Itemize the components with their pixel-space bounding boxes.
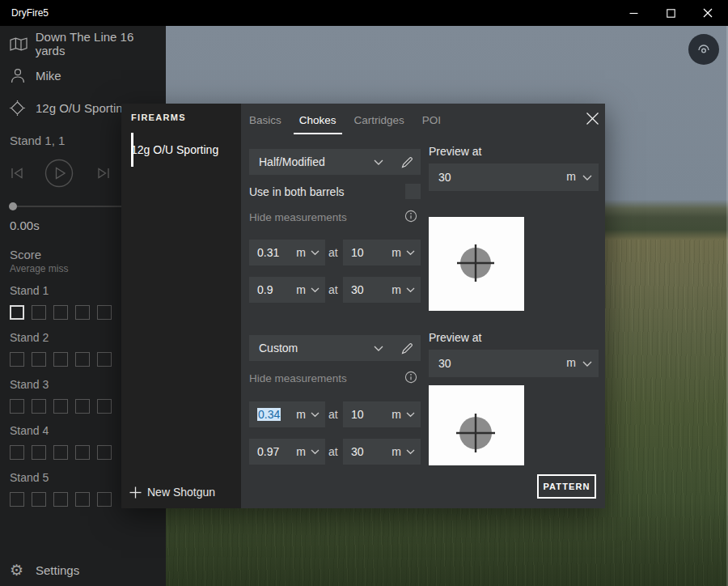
distance-field[interactable]: 10 m <box>343 240 421 265</box>
timeline-slider-handle[interactable] <box>9 202 17 210</box>
spread-size-field[interactable]: 0.31 m <box>249 240 325 265</box>
distance-field[interactable]: 30 m <box>343 439 421 465</box>
sidebar-item-settings[interactable]: ⚙ Settings <box>0 558 166 581</box>
unit-select[interactable]: m <box>296 445 306 458</box>
stand-slot-checkbox[interactable] <box>75 399 90 414</box>
stand-slot-checkbox[interactable] <box>53 399 68 414</box>
at-label: at <box>328 246 338 259</box>
info-button[interactable] <box>404 371 417 384</box>
sidebar-item-layout[interactable]: Down The Line 16 yards <box>0 32 166 55</box>
stand-slot-checkbox[interactable] <box>53 352 68 367</box>
play-button[interactable] <box>44 159 74 188</box>
stand-label: Stand 4 <box>10 424 49 437</box>
hide-measurements-label: Hide measurements <box>249 372 347 384</box>
distance-field[interactable]: 10 m <box>343 401 421 427</box>
spread-size-value-selected[interactable]: 0.34 <box>257 408 281 421</box>
chevron-down-icon <box>311 250 320 256</box>
at-label: at <box>328 445 338 458</box>
unit-select[interactable]: m <box>392 283 401 296</box>
stand-slot-checkbox[interactable] <box>32 492 46 507</box>
unit-select[interactable]: m <box>392 246 401 259</box>
new-shotgun-label: New Shotgun <box>147 486 215 499</box>
info-icon <box>404 210 417 223</box>
sidebar-item-label: Down The Line 16 yards <box>36 30 166 57</box>
stand-slot-checkbox[interactable] <box>97 492 112 507</box>
choke1-value: Half/Modified <box>259 155 325 168</box>
distance-field[interactable]: 30 m <box>343 277 421 303</box>
sidebar-item-shooter[interactable]: Mike <box>0 64 166 87</box>
dialog-close-button[interactable] <box>580 107 604 130</box>
close-icon <box>703 8 713 18</box>
spread-size-field[interactable]: 0.97 m <box>249 439 325 465</box>
unit-select[interactable]: m <box>296 408 306 421</box>
chevron-down-icon <box>406 287 415 293</box>
skip-back-icon <box>10 166 24 180</box>
stand-slot-checkbox[interactable] <box>10 305 24 320</box>
plus-icon <box>129 486 142 499</box>
stand-slot-checkbox[interactable] <box>53 492 68 507</box>
stand-slot-checkbox[interactable] <box>53 445 68 460</box>
tab-chokes[interactable]: Chokes <box>299 112 336 134</box>
info-button[interactable] <box>404 210 417 223</box>
stand-label: Stand 5 <box>10 471 49 484</box>
maximize-button[interactable] <box>652 0 689 26</box>
stand-slot-checkbox[interactable] <box>32 352 46 367</box>
preview1-distance-select[interactable]: 30 m <box>429 163 599 191</box>
stand-slot-checkbox[interactable] <box>75 445 90 460</box>
stand-slot-checkbox[interactable] <box>75 305 90 320</box>
choke1-edit-button[interactable] <box>400 155 414 169</box>
spread-size-field[interactable]: 0.9 m <box>249 277 325 303</box>
eye-icon <box>696 41 712 57</box>
stand-slot-checkbox[interactable] <box>32 399 46 414</box>
app-title: DryFire5 <box>11 0 49 26</box>
use-both-barrels-checkbox[interactable] <box>405 184 421 199</box>
preview2-distance-select[interactable]: 30 m <box>429 350 599 377</box>
stand-label: Stand 3 <box>10 378 49 391</box>
preview1-unit: m <box>566 170 576 183</box>
spread-size-field[interactable]: 0.34 m <box>249 401 325 427</box>
stand-slot-checkbox[interactable] <box>10 445 24 460</box>
titlebar: DryFire5 <box>0 0 728 26</box>
use-both-barrels-label: Use in both barrels <box>249 185 345 198</box>
unit-select[interactable]: m <box>392 445 401 458</box>
panel-title: FIREARMS <box>131 113 186 122</box>
stand-slot-checkbox[interactable] <box>10 399 24 414</box>
chevron-down-icon <box>582 361 592 367</box>
stand-slot-checkbox[interactable] <box>97 305 112 320</box>
spread-size-value: 0.9 <box>257 283 273 296</box>
stand-slot-checkbox[interactable] <box>97 399 112 414</box>
firearm-list-item[interactable]: 12g O/U Sporting <box>121 133 241 167</box>
person-icon <box>10 68 36 83</box>
skip-forward-button[interactable] <box>96 166 111 180</box>
stand-slot-checkbox[interactable] <box>32 305 46 320</box>
close-window-button[interactable] <box>689 0 726 26</box>
choke2-edit-button[interactable] <box>400 341 414 355</box>
view-toggle-button[interactable] <box>688 34 719 65</box>
unit-select[interactable]: m <box>296 246 306 259</box>
stand-slot-checkbox[interactable] <box>75 352 90 367</box>
timeline-slider-track[interactable] <box>10 206 123 207</box>
stand-slot-checkbox[interactable] <box>10 492 24 507</box>
new-shotgun-button[interactable]: New Shotgun <box>129 481 215 503</box>
pattern-button[interactable]: PATTERN <box>537 474 596 499</box>
preview2-unit: m <box>566 356 576 369</box>
stand-slot-checkbox[interactable] <box>10 352 24 367</box>
unit-select[interactable]: m <box>296 283 306 296</box>
stand-slot-checkbox[interactable] <box>97 445 112 460</box>
choke1-select[interactable]: Half/Modified <box>249 149 421 175</box>
tab-basics[interactable]: Basics <box>249 112 281 134</box>
distance-value: 10 <box>351 246 364 259</box>
unit-select[interactable]: m <box>392 408 401 421</box>
at-label: at <box>328 408 338 421</box>
choke2-select[interactable]: Custom <box>249 335 421 361</box>
gear-icon: ⚙ <box>10 563 36 578</box>
pattern-preview-1 <box>429 217 524 311</box>
stand-slot-checkbox[interactable] <box>32 445 46 460</box>
tab-cartridges[interactable]: Cartridges <box>354 112 404 134</box>
tab-poi[interactable]: POI <box>422 112 441 134</box>
stand-slot-checkbox[interactable] <box>75 492 90 507</box>
stand-slot-checkbox[interactable] <box>97 352 112 367</box>
minimize-button[interactable] <box>615 0 652 26</box>
skip-back-button[interactable] <box>10 166 24 180</box>
stand-slot-checkbox[interactable] <box>53 305 68 320</box>
